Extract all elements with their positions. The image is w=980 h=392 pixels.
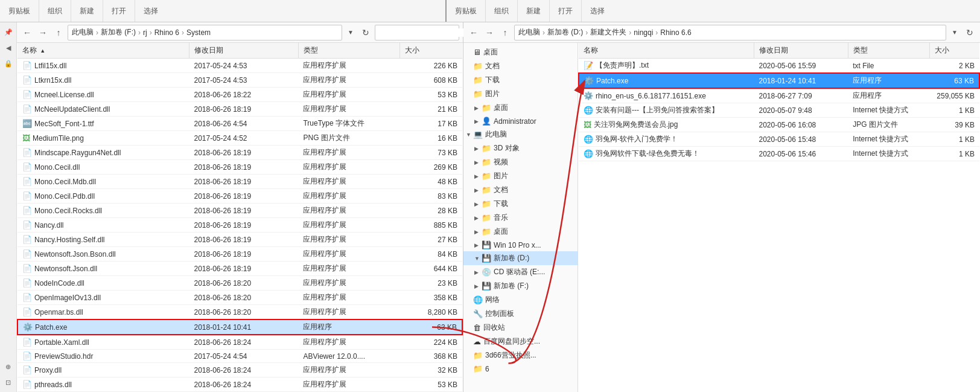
table-row[interactable]: 🌐 羽兔网软件下载-绿色免费无毒！ 2020-05-06 15:46 Inter… <box>579 147 979 161</box>
left-icon-1[interactable]: ◀ <box>2 42 14 54</box>
left-forward-btn[interactable]: → <box>36 26 49 39</box>
table-row[interactable]: 🔤 MecSoft_Font-1.ttf 2018-06-26 4:54 Tru… <box>18 117 462 131</box>
tree-item[interactable]: ▶💾新加卷 (F:) <box>463 279 578 293</box>
tree-item[interactable]: ▶💾Win 10 Pro x... <box>463 239 578 251</box>
right-path-dropdown[interactable]: ▼ <box>949 26 961 39</box>
tree-item[interactable]: 📁文档 <box>463 59 578 73</box>
left-icon-4[interactable]: ⊡ <box>2 376 14 388</box>
right-organize-label: 组织 <box>489 6 514 16</box>
left-col-date[interactable]: 修改日期 <box>189 43 298 59</box>
table-row[interactable]: 📄 Mindscape.Raygun4Net.dll 2018-06-26 18… <box>18 146 462 160</box>
right-forward-btn[interactable]: → <box>483 26 496 39</box>
table-row[interactable]: 🌐 羽兔网-软件入门免费学！ 2020-05-06 15:48 Internet… <box>579 132 979 147</box>
table-row[interactable]: 📄 Newtonsoft.Json.Bson.dll 2018-06-26 18… <box>18 247 462 262</box>
table-row[interactable]: 📄 Proxy.dll 2018-06-26 18:24 应用程序扩展 32 K… <box>18 363 462 378</box>
file-icon: 🌐 羽兔网软件下载-绿色免费无毒！ <box>584 149 699 159</box>
tree-item[interactable]: ▶📁文档 <box>463 183 578 197</box>
tree-folder-icon: 💻 <box>473 130 483 139</box>
table-row[interactable]: 📄 Mono.Cecil.Pdb.dll 2018-06-26 18:19 应用… <box>18 189 462 204</box>
right-address-path[interactable]: 此电脑 › 新加卷 (D:) › 新建文件夹 › ningqi › Rhino … <box>514 25 946 40</box>
tree-item[interactable]: ▶📁音乐 <box>463 211 578 225</box>
tree-item[interactable]: ▶📁视频 <box>463 155 578 169</box>
file-icon: 🌐 安装有问题---【上羽免问答搜索答案】 <box>584 105 719 115</box>
tree-item[interactable]: ▶💿CD 驱动器 (E:... <box>463 265 578 279</box>
tree-item[interactable]: ▼💻此电脑 <box>463 127 578 141</box>
right-path-ningqi: ningqi <box>634 28 653 37</box>
left-address-path[interactable]: 此电脑 › 新加卷 (F:) › rj › Rhino 6 › System <box>68 25 342 40</box>
file-icon: 📄 Nancy.Hosting.Self.dll <box>22 235 105 244</box>
left-icon-3[interactable]: ⊕ <box>2 361 14 373</box>
tree-expand-icon: ▶ <box>474 187 482 193</box>
table-row[interactable]: 📄 pthreads.dll 2018-06-26 18:24 应用程序扩展 5… <box>18 378 462 392</box>
table-row[interactable]: 📄 McNeelUpdateClient.dll 2018-06-26 18:1… <box>18 102 462 117</box>
left-file-table: 名称 ▲ 修改日期 类型 大小 📄 Ltfil15x.dll 2017-05-2… <box>17 43 463 392</box>
tree-item[interactable]: ▶📁桌面 <box>463 101 578 115</box>
left-path-dropdown[interactable]: ▼ <box>345 26 357 39</box>
right-col-type[interactable]: 类型 <box>848 43 929 59</box>
tree-item-label: 回收站 <box>483 323 505 333</box>
right-up-btn[interactable]: ↑ <box>498 26 512 39</box>
tree-item[interactable]: ▶👤Administrator <box>463 115 578 127</box>
table-row[interactable]: 📄 NodeInCode.dll 2018-06-26 18:20 应用程序扩展… <box>18 276 462 291</box>
tree-item[interactable]: 📁图片 <box>463 87 578 101</box>
table-row[interactable]: 📄 Ltfil15x.dll 2017-05-24 4:53 应用程序扩展 22… <box>18 59 462 73</box>
left-back-btn[interactable]: ← <box>21 26 34 39</box>
right-col-size[interactable]: 大小 <box>929 43 979 59</box>
tree-item[interactable]: ☁百度网盘同步空... <box>463 335 578 349</box>
tree-folder-icon: 📁 <box>482 227 491 236</box>
table-row[interactable]: 📄 Mono.Cecil.dll 2018-06-26 18:19 应用程序扩展… <box>18 160 462 175</box>
tree-item[interactable]: ▶📁桌面 <box>463 225 578 239</box>
tree-item[interactable]: ▶📁图片 <box>463 169 578 183</box>
tree-item-label: 网络 <box>485 295 500 305</box>
table-row[interactable]: 📄 Newtonsoft.Json.dll 2018-06-26 18:19 应… <box>18 262 462 276</box>
table-row[interactable]: 📄 Portable.Xaml.dll 2018-06-26 18:24 应用程… <box>18 335 462 350</box>
tree-item[interactable]: 📁6 <box>463 362 578 375</box>
right-clipboard-label: 剪贴板 <box>450 6 482 16</box>
tree-item[interactable]: 📁下载 <box>463 73 578 87</box>
table-row[interactable]: ⚙️ rhino_en-us_6.6.18177.16151.exe 2018-… <box>579 88 979 103</box>
tree-item[interactable]: 📁3d66营业执照... <box>463 349 578 362</box>
tree-folder-icon: 🗑 <box>473 323 481 332</box>
table-row[interactable]: ⚙️ Patch.exe 2018-01-24 10:41 应用程序 63 KB <box>18 320 462 335</box>
table-row[interactable]: ⚙️ Patch.exe 2018-01-24 10:41 应用程序 63 KB <box>579 73 979 88</box>
table-row[interactable]: 🌐 安装有问题---【上羽免问答搜索答案】 2020-05-07 9:48 In… <box>579 103 979 118</box>
left-up-btn[interactable]: ↑ <box>52 26 65 39</box>
tree-item[interactable]: ▼💾新加卷 (D:) <box>463 251 578 265</box>
file-icon: 📄 pthreads.dll <box>22 380 72 389</box>
right-col-date[interactable]: 修改日期 <box>754 43 848 59</box>
tree-item[interactable]: 🗑回收站 <box>463 321 578 335</box>
left-col-name[interactable]: 名称 ▲ <box>18 43 189 59</box>
tree-item[interactable]: ▶📁3D 对象 <box>463 141 578 155</box>
table-row[interactable]: 📄 Nancy.Hosting.Self.dll 2018-06-26 18:1… <box>18 233 462 247</box>
table-row[interactable]: 📄 PreviewStudio.hdr 2017-05-24 4:54 ABVi… <box>18 350 462 363</box>
tree-item[interactable]: 🌐网络 <box>463 293 578 307</box>
right-back-btn[interactable]: ← <box>467 26 480 39</box>
tree-panel: 🖥桌面📁文档📁下载📁图片▶📁桌面▶👤Administrator▼💻此电脑▶📁3D… <box>463 43 578 392</box>
file-icon: ⚙️ rhino_en-us_6.6.18177.16151.exe <box>584 91 706 100</box>
left-refresh-btn[interactable]: ↻ <box>359 26 372 39</box>
left-icon-2[interactable]: 🔒 <box>2 57 14 69</box>
left-col-type[interactable]: 类型 <box>298 43 399 59</box>
tree-folder-icon: 👤 <box>482 117 491 126</box>
right-refresh-btn[interactable]: ↻ <box>963 26 976 39</box>
table-row[interactable]: 📄 Nancy.dll 2018-06-26 18:19 应用程序扩展 885 … <box>18 218 462 233</box>
right-col-name[interactable]: 名称 <box>579 43 754 59</box>
tree-folder-icon: 📁 <box>473 89 483 98</box>
left-col-size[interactable]: 大小 <box>400 43 462 59</box>
tree-item-label: 视频 <box>494 157 508 167</box>
table-row[interactable]: 📄 Mono.Cecil.Mdb.dll 2018-06-26 18:19 应用… <box>18 175 462 189</box>
table-row[interactable]: 📄 Openmar.bs.dll 2018-06-26 18:20 应用程序扩展… <box>18 305 462 320</box>
table-row[interactable]: 📄 Mono.Cecil.Rocks.dll 2018-06-26 18:19 … <box>18 204 462 218</box>
pin-icon[interactable]: 📌 <box>2 26 14 38</box>
left-search-input[interactable] <box>379 28 469 37</box>
table-row[interactable]: 📄 OpenImageIOv13.dll 2018-06-26 18:20 应用… <box>18 291 462 305</box>
table-row[interactable]: 📄 Ltkrn15x.dll 2017-05-24 4:53 应用程序扩展 60… <box>18 73 462 88</box>
table-row[interactable]: 📝 【免责声明】.txt 2020-05-06 15:59 txt File 2… <box>579 59 979 74</box>
tree-item[interactable]: 🖥桌面 <box>463 45 578 59</box>
table-row[interactable]: 🖼 MediumTile.png 2017-05-24 4:52 PNG 图片文… <box>18 131 462 146</box>
tree-item[interactable]: 🔧控制面板 <box>463 307 578 321</box>
left-file-list-area: 名称 ▲ 修改日期 类型 大小 📄 Ltfil15x.dll 2017-05-2… <box>17 43 463 392</box>
tree-item[interactable]: ▶📁下载 <box>463 197 578 211</box>
table-row[interactable]: 📄 Mcneel.License.dll 2018-06-26 18:22 应用… <box>18 88 462 102</box>
table-row[interactable]: 🖼 关注羽兔网免费送会员.jpg 2020-05-06 16:08 JPG 图片… <box>579 118 979 132</box>
